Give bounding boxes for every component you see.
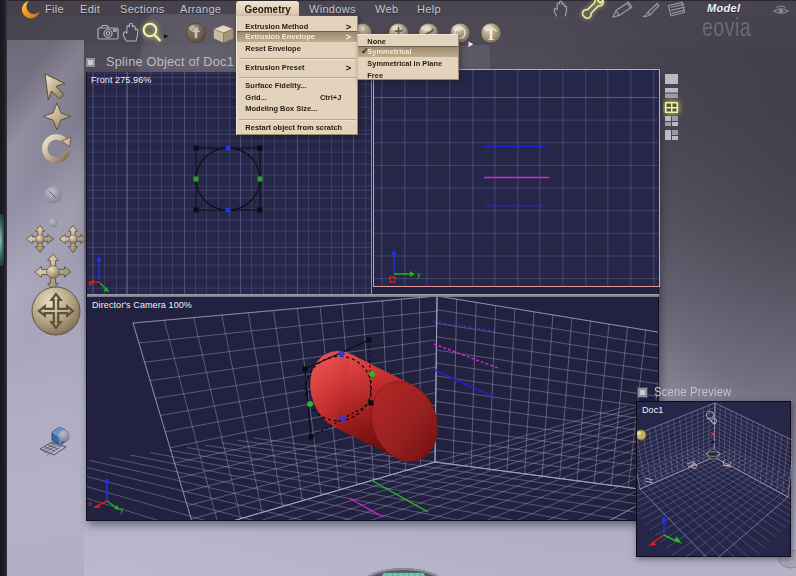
svg-text:T: T: [485, 25, 496, 44]
svg-text:x: x: [88, 280, 92, 287]
svg-text:y: y: [120, 506, 124, 514]
svg-text:y: y: [417, 271, 421, 279]
svg-text:x: x: [88, 500, 92, 507]
